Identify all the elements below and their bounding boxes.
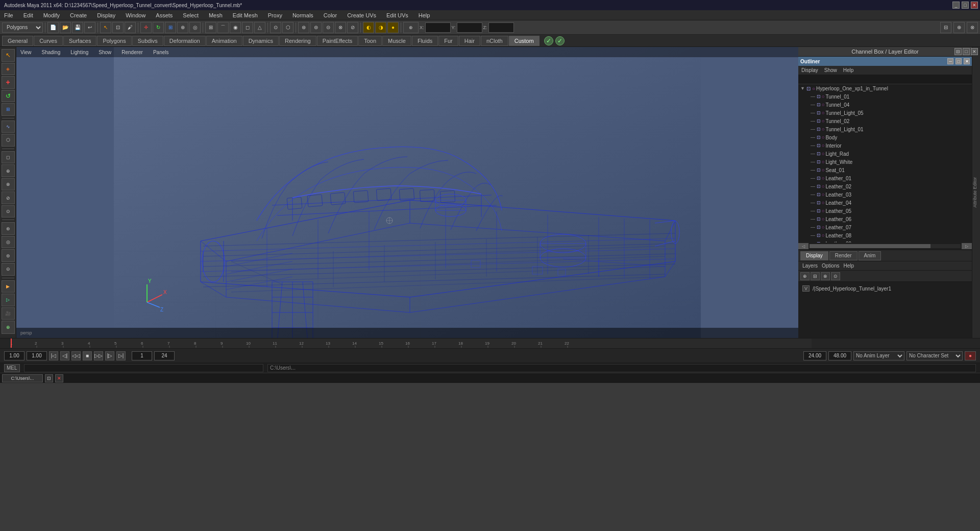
tab-toon[interactable]: Toon [358,36,382,46]
list-item[interactable]: — ⊡ ○ Seat_01 [798,166,972,174]
layer-v-toggle[interactable]: V [802,285,810,292]
menu-window[interactable]: Window [124,11,148,19]
tab-ncloth[interactable]: nCloth [481,36,508,46]
list-item[interactable]: — ⊡ ○ Leather_07 [798,223,972,231]
list-item[interactable]: — ⊡ ○ Tunnel_Light_05 [798,109,972,117]
list-item[interactable]: — ⊡ ○ Leather_01 [798,174,972,182]
outliner-close-button[interactable]: ✕ [964,58,970,64]
taskbar-maya[interactable]: C:\Users\... [2,374,43,382]
outliner-minimize-button[interactable]: ─ [947,58,953,64]
tab-subdivs[interactable]: Subdivs [132,36,163,46]
outliner-scrollbar-track[interactable] [810,244,961,248]
rotate-button[interactable]: ↺ [2,90,15,103]
tab-rendering[interactable]: Rendering [279,36,316,46]
merge[interactable]: ⊙ [2,205,15,218]
layer-tab-anim[interactable]: Anim [859,251,881,260]
panel-close-button[interactable]: ✕ [971,48,978,55]
poly-tool[interactable]: ⬡ [2,134,15,147]
paint-select-button[interactable]: 🖌 [125,22,136,33]
paint-button[interactable]: ◈ [2,63,15,76]
mode-selector[interactable]: Polygons Surfaces Dynamics Rendering Ani… [2,22,43,33]
play-forward-button[interactable]: ▷▷ [94,351,103,360]
list-item[interactable]: — ⊡ ○ Leather_03 [798,190,972,199]
rotate-tool-button[interactable]: ↻ [153,22,164,33]
light2-button[interactable]: ◑ [375,22,386,33]
menu-display[interactable]: Display [95,11,117,19]
camera3-button[interactable]: ⊝ [323,22,334,33]
menu-proxy[interactable]: Proxy [266,11,284,19]
maximize-button[interactable]: □ [962,2,969,9]
list-item[interactable]: — ⊡ ○ Leather_05 [798,207,972,215]
lasso-tool-button[interactable]: ⊡ [112,22,124,33]
menu-assets[interactable]: Assets [154,11,175,19]
vp-show-menu[interactable]: Show [99,50,111,55]
tab-painteffects[interactable]: PaintEffects [317,36,358,46]
layer-tab-display[interactable]: Display [800,251,828,260]
end-frame2-input[interactable] [828,351,851,360]
outliner-display-menu[interactable]: Display [801,67,818,73]
tab-hair[interactable]: Hair [459,36,480,46]
select-tool-button[interactable]: ↖ [100,22,111,33]
soft-mod-button[interactable]: ◎ [189,22,201,33]
outliner-help-menu[interactable]: Help [843,67,854,73]
move-tool-button[interactable]: ✛ [140,22,152,33]
list-item[interactable]: — ⊡ ○ Leather_06 [798,215,972,223]
save-scene-button[interactable]: 💾 [72,22,83,33]
coord-y-input[interactable] [457,22,482,33]
step-forward-button[interactable]: |▷ [105,351,114,360]
camera4-button[interactable]: ⊗ [335,22,346,33]
char-set-select[interactable]: No Character Set [906,351,963,360]
tab-animation[interactable]: Animation [206,36,242,46]
light1-button[interactable]: ◐ [363,22,374,33]
outliner-scroll-left[interactable]: ◁ [798,243,808,249]
vp-shading-menu[interactable]: Shading [42,50,61,55]
outliner-hscroll[interactable]: ◁ ▷ [798,243,972,250]
range-end-input[interactable] [154,351,175,360]
camera-tool-button[interactable]: ⊛ [298,22,309,33]
list-item[interactable]: — ⊡ ○ Tunnel_Light_01 [798,125,972,133]
attribute-editor-strip[interactable]: Attribute Editor [972,47,980,338]
paint-weights-btn[interactable]: ⊝ [2,263,15,276]
vp-lighting-menu[interactable]: Lighting [70,50,88,55]
open-scene-button[interactable]: 📂 [60,22,71,33]
history-button[interactable]: ⊙ [270,22,281,33]
snap-view-button[interactable]: ◻ [242,22,253,33]
tb-right-btn1[interactable]: ⊟ [940,22,951,33]
menu-normals[interactable]: Normals [290,11,315,19]
go-end-button[interactable]: ▷| [116,351,126,360]
snap-point-button[interactable]: ◉ [230,22,241,33]
layer-icon1[interactable]: ⊕ [800,272,810,280]
menu-create-uvs[interactable]: Create UVs [345,11,378,19]
layer-icon4[interactable]: ⊙ [831,272,840,280]
tb-right-btn3[interactable]: ⊗ [967,22,978,33]
panel-expand-button[interactable]: □ [963,48,970,55]
compass-btn[interactable]: ⊕ [2,321,15,334]
taskbar-btn1[interactable]: ⊡ [45,374,53,382]
light3-button[interactable]: ● [387,22,399,33]
camera5-button[interactable]: ⊘ [347,22,358,33]
menu-mesh[interactable]: Mesh [207,11,225,19]
coord-z-input[interactable] [488,22,514,33]
window-controls[interactable]: _ □ ✕ [952,2,978,9]
menu-select[interactable]: Select [181,11,201,19]
outliner-scrollbar-thumb[interactable] [810,244,930,248]
layer-icon3[interactable]: ⊗ [821,272,830,280]
menu-file[interactable]: File [2,11,15,19]
tab-dynamics[interactable]: Dynamics [243,36,279,46]
camera2-button[interactable]: ⊜ [310,22,322,33]
menu-color[interactable]: Color [322,11,339,19]
menu-modify[interactable]: Modify [41,11,62,19]
universal-manip-button[interactable]: ⊕ [177,22,188,33]
snap-live-button[interactable]: △ [254,22,265,33]
smooth-btn[interactable]: ◎ [2,236,15,249]
render-btn[interactable]: ▶ [2,280,15,293]
taskbar-close-btn[interactable]: ✕ [55,374,63,382]
ipr-btn[interactable]: ▷ [2,294,15,306]
command-input[interactable] [24,364,263,372]
shelf-check1[interactable]: ✓ [544,36,553,45]
vp-panels-menu[interactable]: Panels [153,50,169,55]
panel-float-button[interactable]: ⊟ [954,48,962,55]
scale-tool-button[interactable]: ⊞ [165,22,176,33]
tab-curves[interactable]: Curves [34,36,63,46]
curve-tool[interactable]: ∿ [2,120,15,133]
